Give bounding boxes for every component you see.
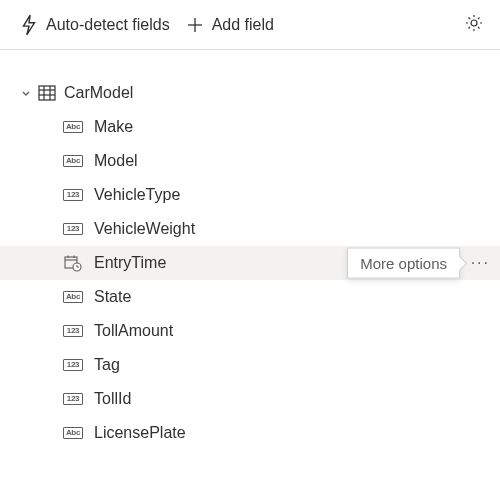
table-name: CarModel	[64, 84, 133, 102]
field-row[interactable]: AbcState	[0, 280, 500, 314]
fields-tree: CarModel AbcMakeAbcModel123VehicleType12…	[0, 50, 500, 450]
field-row[interactable]: 123Tag	[0, 348, 500, 382]
field-row[interactable]: 123VehicleType	[0, 178, 500, 212]
more-options-tooltip: More options	[347, 248, 460, 279]
gear-icon	[464, 13, 484, 37]
number-type-icon: 123	[63, 325, 83, 337]
field-name: TollId	[94, 390, 131, 408]
field-name: Model	[94, 152, 138, 170]
chevron-down-icon[interactable]	[16, 87, 36, 99]
field-row[interactable]: 123TollAmount	[0, 314, 500, 348]
number-type-icon: 123	[63, 223, 83, 235]
table-icon	[38, 85, 56, 101]
svg-point-2	[471, 20, 477, 26]
field-name: State	[94, 288, 131, 306]
text-type-icon: Abc	[63, 427, 83, 439]
number-type-icon: 123	[63, 359, 83, 371]
plus-icon	[186, 16, 204, 34]
text-type-icon: Abc	[63, 291, 83, 303]
auto-detect-fields-button[interactable]: Auto-detect fields	[20, 14, 170, 36]
toolbar: Auto-detect fields Add field	[0, 0, 500, 50]
field-row[interactable]: EntryTimeMore options···	[0, 246, 500, 280]
field-name: LicensePlate	[94, 424, 186, 442]
field-row[interactable]: 123VehicleWeight	[0, 212, 500, 246]
field-name: Tag	[94, 356, 120, 374]
auto-detect-fields-label: Auto-detect fields	[46, 16, 170, 34]
field-name: Make	[94, 118, 133, 136]
field-row[interactable]: 123TollId	[0, 382, 500, 416]
lightning-icon	[20, 14, 38, 36]
text-type-icon: Abc	[63, 121, 83, 133]
add-field-button[interactable]: Add field	[186, 16, 274, 34]
table-node[interactable]: CarModel	[0, 76, 500, 110]
field-name: VehicleWeight	[94, 220, 195, 238]
field-name: EntryTime	[94, 254, 166, 272]
svg-rect-3	[39, 86, 55, 100]
field-row[interactable]: AbcLicensePlate	[0, 416, 500, 450]
field-row[interactable]: AbcMake	[0, 110, 500, 144]
more-options-button[interactable]: ···	[471, 254, 490, 272]
field-name: TollAmount	[94, 322, 173, 340]
field-name: VehicleType	[94, 186, 180, 204]
field-row[interactable]: AbcModel	[0, 144, 500, 178]
number-type-icon: 123	[63, 189, 83, 201]
fields-list: AbcMakeAbcModel123VehicleType123VehicleW…	[0, 110, 500, 450]
number-type-icon: 123	[63, 393, 83, 405]
settings-button[interactable]	[464, 13, 484, 37]
add-field-label: Add field	[212, 16, 274, 34]
datetime-type-icon	[64, 255, 82, 272]
text-type-icon: Abc	[63, 155, 83, 167]
